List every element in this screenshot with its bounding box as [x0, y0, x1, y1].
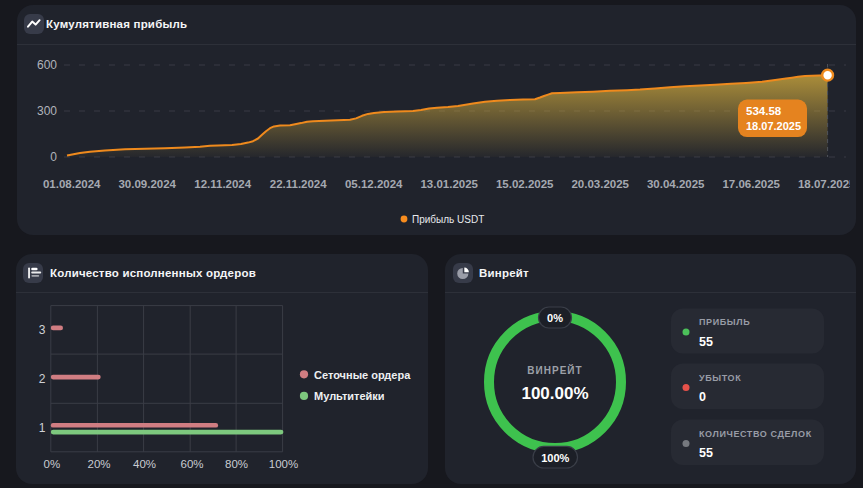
- svg-text:3: 3: [39, 323, 46, 337]
- svg-text:ПРИБЫЛЬ: ПРИБЫЛЬ: [699, 317, 750, 327]
- svg-text:ВИНРЕЙТ: ВИНРЕЙТ: [527, 364, 582, 376]
- svg-text:40%: 40%: [133, 458, 156, 470]
- svg-text:15.02.2025: 15.02.2025: [496, 178, 554, 190]
- svg-text:17.06.2025: 17.06.2025: [722, 178, 780, 190]
- svg-text:2: 2: [39, 372, 46, 386]
- svg-text:600: 600: [37, 58, 57, 72]
- svg-text:Сеточные ордера: Сеточные ордера: [314, 369, 411, 381]
- svg-text:100.00%: 100.00%: [521, 384, 588, 403]
- svg-text:55: 55: [699, 335, 713, 349]
- svg-text:100%: 100%: [541, 452, 569, 464]
- svg-text:Прибыль USDT: Прибыль USDT: [412, 214, 484, 225]
- svg-text:30.09.2024: 30.09.2024: [118, 178, 176, 190]
- svg-text:КОЛИЧЕСТВО СДЕЛОК: КОЛИЧЕСТВО СДЕЛОК: [699, 429, 812, 439]
- svg-text:01.08.2024: 01.08.2024: [43, 178, 101, 190]
- svg-text:22.11.2024: 22.11.2024: [270, 178, 328, 190]
- svg-text:0%: 0%: [547, 312, 563, 324]
- svg-text:18.07.2025: 18.07.2025: [798, 178, 850, 190]
- svg-text:534.58: 534.58: [746, 105, 782, 117]
- svg-text:0%: 0%: [43, 458, 60, 470]
- svg-text:0: 0: [50, 150, 57, 164]
- svg-text:13.01.2025: 13.01.2025: [420, 178, 478, 190]
- svg-text:12.11.2024: 12.11.2024: [194, 178, 252, 190]
- svg-text:УБЫТОК: УБЫТОК: [699, 373, 741, 383]
- svg-text:0: 0: [699, 390, 706, 404]
- svg-text:80%: 80%: [225, 458, 248, 470]
- svg-text:100%: 100%: [269, 458, 298, 470]
- svg-text:20.03.2025: 20.03.2025: [571, 178, 629, 190]
- svg-text:55: 55: [699, 446, 713, 460]
- svg-text:20%: 20%: [87, 458, 110, 470]
- svg-text:Мультитейки: Мультитейки: [314, 390, 385, 402]
- svg-text:300: 300: [37, 104, 57, 118]
- svg-text:18.07.2025: 18.07.2025: [746, 120, 801, 132]
- svg-text:1: 1: [39, 421, 46, 435]
- svg-text:05.12.2024: 05.12.2024: [345, 178, 403, 190]
- svg-text:30.04.2025: 30.04.2025: [647, 178, 705, 190]
- svg-text:60%: 60%: [180, 458, 203, 470]
